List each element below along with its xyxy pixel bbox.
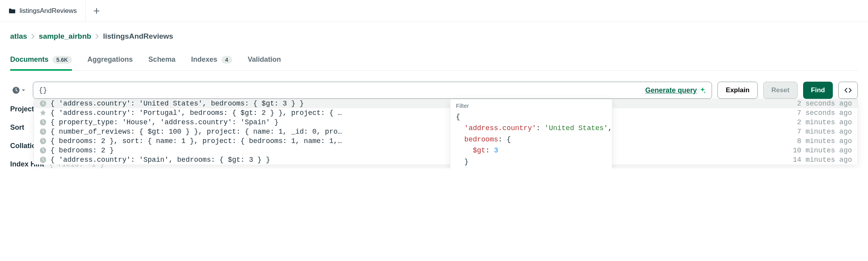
clock-icon [12,86,20,94]
tab-indexes[interactable]: Indexes 4 [191,55,232,71]
filter-preview-heading: Filter [456,102,606,109]
clock-icon [39,156,47,163]
history-item-query: { bedrooms: 2 }, sort: { name: 1 }, proj… [50,137,793,145]
add-tab-button[interactable] [86,0,108,22]
history-dropdown: { 'address.country': 'United States', be… [34,99,858,164]
history-item-query: { bedrooms: 2 } [50,147,789,154]
folder-icon [9,8,16,14]
tab-indexes-badge: 4 [221,56,232,64]
history-item-time: 7 minutes ago [797,128,852,136]
history-item[interactable]: { bedrooms: 2 }10 minutes ago [34,146,857,155]
filter-preview-body: { 'address.country': 'United States', be… [456,111,606,168]
code-icon [844,86,852,94]
tab-validation[interactable]: Validation [248,55,281,71]
tab-documents[interactable]: Documents 5.6K [10,55,72,71]
history-dropdown-button[interactable] [10,83,27,97]
history-item-time: 14 minutes ago [793,156,852,164]
chevron-right-icon [31,34,35,39]
reset-button[interactable]: Reset [763,82,798,99]
history-item-query: { property_type: 'House', 'address.count… [50,118,793,126]
tab-documents-label: Documents [10,55,48,64]
clock-icon [39,138,47,145]
tabs: Documents 5.6K Aggregations Schema Index… [10,55,858,71]
tab-documents-badge: 5.6K [52,56,72,64]
tab-schema[interactable]: Schema [149,55,176,71]
history-item-time: 2 seconds ago [797,100,852,107]
star-icon [39,109,47,116]
collection-tab[interactable]: listingsAndReviews [0,0,86,22]
filter-text: {} [39,86,645,94]
collection-tab-label: listingsAndReviews [20,7,77,15]
history-item-query: { 'address.country': 'Spain', bedrooms: … [50,156,789,164]
history-item-time: 10 minutes ago [793,147,852,154]
history-item-time: 2 minutes ago [797,118,852,126]
clock-icon [39,147,47,154]
clock-icon [39,119,47,126]
code-view-button[interactable] [838,82,858,99]
history-item[interactable]: { bedrooms: 2 }, sort: { name: 1 }, proj… [34,136,857,146]
breadcrumb-atlas[interactable]: atlas [10,32,27,41]
explain-button[interactable]: Explain [717,82,757,99]
history-item-time: 8 minutes ago [797,137,852,145]
history-item-query: { 'address.country': 'Portugal', bedroom… [50,109,793,117]
history-item[interactable]: { 'address.country': 'Portugal', bedroom… [34,108,857,118]
query-row: {} Generate query Explain Reset Find { '… [10,82,858,99]
filter-input[interactable]: {} Generate query [33,82,712,99]
breadcrumb: atlas sample_airbnb listingsAndReviews [10,32,858,41]
history-item-time: 7 seconds ago [797,109,852,117]
chevron-right-icon [95,34,99,39]
caret-down-icon [22,88,25,92]
tab-indexes-label: Indexes [191,55,217,64]
breadcrumb-database[interactable]: sample_airbnb [39,32,91,41]
history-item-query: { 'address.country': 'United States', be… [50,100,793,107]
tab-aggregations[interactable]: Aggregations [88,55,133,71]
clock-icon [39,100,47,107]
history-item[interactable]: { 'address.country': 'Spain', bedrooms: … [34,155,857,164]
breadcrumb-collection: listingsAndReviews [103,32,173,41]
plus-icon [93,8,100,14]
top-tab-bar: listingsAndReviews [0,0,868,22]
history-item[interactable]: { property_type: 'House', 'address.count… [34,118,857,127]
filter-preview-pane: Filter { 'address.country': 'United Stat… [450,99,612,168]
generate-query-link[interactable]: Generate query [645,86,697,95]
find-button[interactable]: Find [803,82,833,99]
history-item[interactable]: { number_of_reviews: { $gt: 100 } }, pro… [34,127,857,136]
clock-icon [39,128,47,135]
sparkle-icon [699,87,706,94]
history-item[interactable]: { 'address.country': 'United States', be… [34,99,857,108]
history-item-query: { number_of_reviews: { $gt: 100 } }, pro… [50,128,793,136]
